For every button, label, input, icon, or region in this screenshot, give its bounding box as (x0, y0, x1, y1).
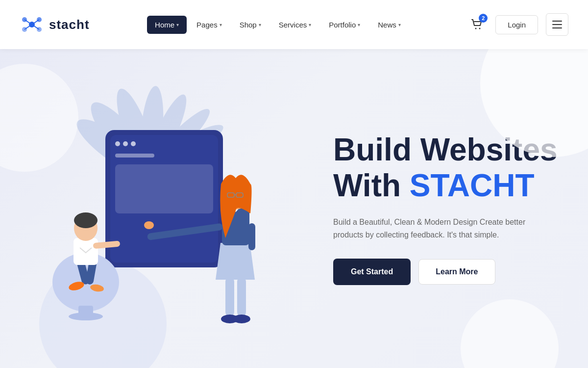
hero-description: Build a Beautiful, Clean & Modern Design… (333, 216, 549, 241)
cart-badge: 2 (479, 14, 488, 23)
logo-text: stacht (49, 17, 90, 32)
hero-buttons: Get Started Learn More (333, 259, 559, 285)
svg-point-27 (69, 313, 103, 320)
svg-rect-32 (74, 238, 98, 265)
chevron-down-icon: ▾ (309, 22, 311, 27)
nav-item-services[interactable]: Services ▾ (271, 16, 319, 34)
svg-point-20 (115, 141, 120, 146)
learn-more-button[interactable]: Learn More (418, 259, 495, 285)
navigation: Home ▾ Pages ▾ Shop ▾ Services ▾ Portfol… (147, 16, 409, 34)
nav-item-news[interactable]: News ▾ (370, 16, 409, 34)
svg-rect-36 (225, 277, 234, 316)
login-button[interactable]: Login (495, 15, 538, 34)
svg-point-10 (479, 28, 481, 29)
svg-rect-43 (248, 223, 255, 250)
svg-point-39 (233, 315, 250, 323)
chevron-down-icon: ▾ (259, 22, 261, 27)
svg-point-22 (131, 141, 136, 146)
svg-point-34 (74, 212, 98, 228)
nav-item-pages[interactable]: Pages ▾ (189, 16, 230, 34)
hamburger-menu-button[interactable] (546, 13, 568, 36)
header-right: 2 Login (466, 13, 568, 36)
svg-rect-37 (237, 277, 246, 316)
bg-circle-bottom-right (461, 299, 559, 368)
menu-line-3 (552, 27, 562, 28)
svg-point-9 (475, 28, 477, 29)
svg-point-21 (123, 141, 128, 146)
svg-rect-24 (115, 164, 213, 213)
svg-point-42 (144, 221, 154, 229)
chevron-down-icon: ▾ (398, 22, 401, 27)
menu-line-1 (552, 21, 562, 22)
nav-item-portfolio[interactable]: Portfolio ▾ (321, 16, 368, 34)
logo[interactable]: stacht (20, 12, 90, 37)
logo-icon (20, 12, 44, 37)
chevron-down-icon: ▾ (358, 22, 360, 27)
hero-section: Build Websites With STACHT Build a Beaut… (0, 49, 588, 368)
nav-item-shop[interactable]: Shop ▾ (232, 16, 269, 34)
cart-button[interactable]: 2 (466, 14, 488, 35)
chevron-down-icon: ▾ (220, 22, 222, 27)
svg-rect-23 (115, 154, 154, 158)
nav-item-home[interactable]: Home ▾ (147, 16, 187, 34)
hero-illustration (29, 66, 314, 351)
header: stacht Home ▾ Pages ▾ Shop ▾ Services ▾ … (0, 0, 588, 49)
menu-line-2 (552, 24, 562, 25)
illustration-svg (29, 66, 314, 351)
get-started-button[interactable]: Get Started (333, 259, 411, 285)
chevron-down-icon: ▾ (176, 22, 179, 27)
